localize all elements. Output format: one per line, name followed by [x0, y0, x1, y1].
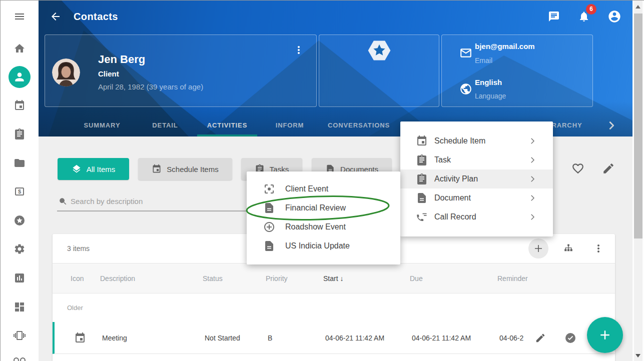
menu-item-document[interactable]: Document: [400, 188, 553, 208]
col-status[interactable]: Status: [203, 264, 223, 294]
org-chart-icon[interactable]: [562, 242, 574, 254]
hero-header: Contacts 6: [39, 0, 632, 136]
row-reminder: 04-06-2: [499, 322, 523, 354]
account-icon[interactable]: [607, 10, 621, 24]
tasks-icon[interactable]: [14, 128, 26, 140]
menu-item-roadshow-event[interactable]: Roadshow Event: [247, 218, 400, 236]
col-description[interactable]: Description: [100, 264, 135, 294]
menu-item-task[interactable]: Task: [400, 150, 553, 170]
scroll-down-icon[interactable]: [635, 354, 640, 358]
tab-hierarchy[interactable]: RARCHY: [551, 114, 582, 136]
globe-icon: [459, 82, 472, 96]
fab-add-button[interactable]: [587, 317, 623, 353]
kebab-icon[interactable]: [592, 242, 604, 254]
notification-badge: 6: [586, 4, 596, 14]
contact-info-card: bjen@gmail.com Email English Language: [441, 34, 593, 107]
row-start: 04-06-21 11:42 AM: [325, 322, 384, 354]
profile-card: Jen Berg Client April 28, 1982 (39 years…: [45, 34, 317, 107]
back-icon[interactable]: [50, 10, 62, 22]
calendar-icon: [416, 135, 428, 147]
activity-plan-submenu: Client Event Financial Review Roadshow E…: [247, 172, 400, 264]
row-complete-icon[interactable]: [564, 332, 576, 344]
chat-icon[interactable]: [548, 10, 560, 22]
billing-icon[interactable]: $: [14, 186, 26, 198]
chevron-right-icon: [528, 174, 537, 184]
edit-icon[interactable]: [602, 162, 615, 175]
scroll-up-icon[interactable]: [635, 5, 640, 8]
favorites-icon[interactable]: [14, 214, 26, 226]
add-circle-icon: [263, 221, 275, 233]
menu-item-financial-review[interactable]: Financial Review: [247, 198, 400, 218]
tab-scroll-right-icon[interactable]: [606, 120, 617, 131]
calendar-icon: [152, 164, 162, 174]
focus-icon: [263, 183, 275, 195]
table-row[interactable]: Meeting Not Started B 04-06-21 11:42 AM …: [53, 322, 615, 354]
group-row: Older: [53, 294, 615, 322]
items-count: 3 items: [67, 234, 90, 263]
search-icon: [59, 197, 68, 206]
dashboard-icon[interactable]: [14, 301, 26, 313]
kebab-icon[interactable]: [293, 44, 305, 56]
group-label: Older: [67, 294, 83, 322]
page-title: Contacts: [74, 0, 118, 32]
filter-all-items-button[interactable]: All Items: [58, 158, 129, 180]
voicemail-icon[interactable]: [14, 354, 26, 361]
menu-icon[interactable]: [14, 10, 26, 22]
row-due: 04-06-21 11:42 AM: [412, 322, 471, 354]
menu-item-label: Financial Review: [285, 198, 346, 218]
filter-label: Schedule Items: [167, 165, 218, 174]
menu-item-call-record[interactable]: Call Record: [400, 208, 553, 226]
folder-icon[interactable]: [14, 157, 26, 169]
chevron-right-icon: [528, 212, 537, 222]
settings-icon[interactable]: [14, 243, 26, 255]
calendar-icon: [74, 332, 86, 344]
col-due[interactable]: Due: [410, 264, 423, 294]
menu-item-schedule-item[interactable]: Schedule Item: [400, 132, 553, 150]
vibration-icon[interactable]: [14, 330, 26, 342]
add-context-menu: Schedule Item Task Activity Plan: [400, 122, 553, 236]
menu-item-label: Client Event: [285, 180, 328, 198]
col-reminder[interactable]: Reminder: [497, 264, 528, 294]
menu-item-label: Document: [434, 188, 471, 208]
email-value: bjen@gmail.com: [475, 42, 535, 50]
add-item-button[interactable]: [528, 238, 548, 258]
row-status: Not Started: [205, 322, 240, 354]
tab-detail[interactable]: DETAIL: [152, 114, 178, 136]
layers-icon: [72, 164, 82, 174]
app-window: $: [0, 0, 644, 361]
plus-icon: [597, 328, 612, 342]
clipboard-icon: [416, 154, 428, 166]
tab-conversations[interactable]: CONVERSATIONS: [328, 114, 390, 136]
contact-type: Client: [98, 70, 119, 78]
tab-summary[interactable]: SUMMARY: [84, 114, 121, 136]
tab-inform[interactable]: INFORM: [276, 114, 304, 136]
menu-item-us-indicia-update[interactable]: US Indicia Update: [247, 236, 400, 256]
reports-icon[interactable]: [14, 272, 26, 284]
hexagon-star-icon: [365, 36, 393, 64]
col-start[interactable]: Start ↓: [323, 264, 343, 294]
col-priority[interactable]: Priority: [266, 264, 288, 294]
language-label: Language: [475, 92, 506, 100]
document-icon: [416, 192, 428, 204]
column-header-row: Icon Description Status Priority Start ↓…: [53, 263, 615, 294]
menu-item-label: US Indicia Update: [285, 236, 350, 256]
svg-text:$: $: [18, 188, 21, 194]
menu-item-activity-plan[interactable]: Activity Plan: [400, 170, 553, 188]
plus-icon: [532, 242, 544, 254]
contacts-icon[interactable]: [9, 66, 31, 88]
col-icon[interactable]: Icon: [71, 264, 84, 294]
menu-item-label: Activity Plan: [434, 170, 478, 188]
calendar-icon[interactable]: [14, 100, 26, 112]
scrollbar-thumb[interactable]: [634, 14, 642, 238]
status-card: [319, 34, 439, 107]
filter-schedule-items-button[interactable]: Schedule Items: [138, 158, 232, 180]
tab-activities[interactable]: ACTIVITIES: [207, 114, 248, 136]
menu-item-label: Call Record: [434, 208, 476, 226]
row-edit-icon[interactable]: [535, 332, 546, 344]
menu-item-client-event[interactable]: Client Event: [247, 180, 400, 198]
chevron-right-icon: [528, 156, 537, 164]
scrollbar: [632, 0, 644, 361]
home-icon[interactable]: [14, 42, 26, 54]
sort-desc-icon: ↓: [340, 274, 343, 282]
favorite-heart-icon[interactable]: [571, 162, 584, 175]
